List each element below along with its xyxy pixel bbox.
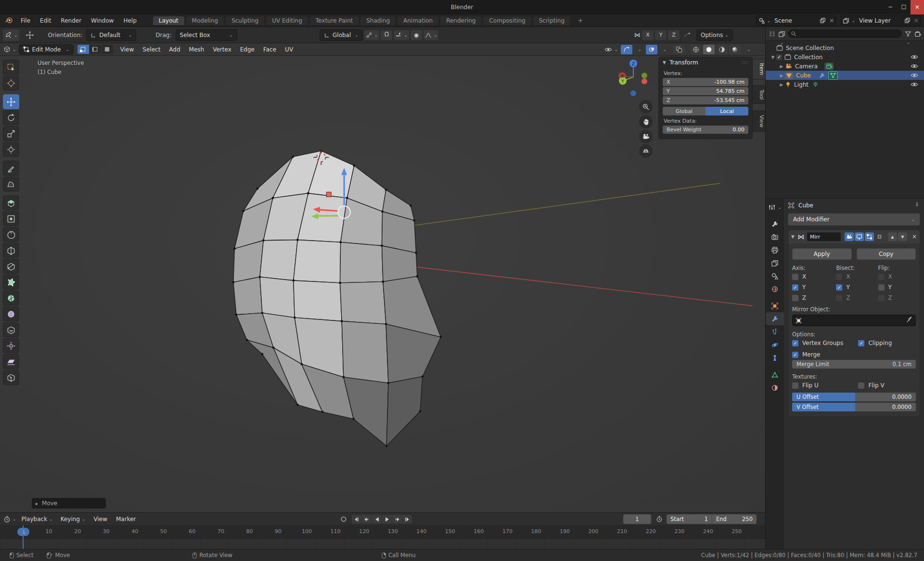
properties-tab-scene[interactable] <box>766 269 784 282</box>
vertex-select-mode-button[interactable] <box>77 45 89 54</box>
jump-to-end-button[interactable] <box>402 515 412 523</box>
snap-projection-icon[interactable] <box>681 30 693 40</box>
viewport-menu-select[interactable]: Select <box>138 46 165 53</box>
select-box-tool[interactable] <box>3 60 19 75</box>
workspace-tab-animation[interactable]: Animation <box>398 16 438 25</box>
sidebar-tab-item[interactable]: Item <box>752 59 766 79</box>
properties-tab-modifiers[interactable] <box>766 312 784 325</box>
poly-build-tool[interactable] <box>3 275 19 290</box>
outliner-item-cube[interactable]: ▶ Cube <box>766 71 924 80</box>
expand-arrow-icon[interactable]: ▼ <box>770 55 776 60</box>
transform-pivot-dropdown[interactable]: Global⌄ <box>320 29 363 41</box>
workspace-tab-compositing[interactable]: Compositing <box>483 16 531 25</box>
transform-pivot-point-icon[interactable]: ⌄ <box>364 30 380 40</box>
transform-tool[interactable] <box>3 142 19 157</box>
editor-type-button[interactable]: ⌄ <box>2 45 18 54</box>
play-reverse-button[interactable] <box>372 515 382 523</box>
loop-cut-tool[interactable] <box>3 243 19 258</box>
unlink-scene-icon[interactable]: ✕ <box>829 17 834 24</box>
modifier-wrench-icon[interactable] <box>819 72 825 79</box>
pan-hand-button[interactable] <box>639 115 653 128</box>
mirror-z-button[interactable]: Z <box>668 30 680 40</box>
clipping-checkbox[interactable]: ✓ <box>858 340 864 346</box>
outliner-item-collection[interactable]: ▼ ✓ Collection <box>766 52 924 62</box>
apply-modifier-button[interactable]: Apply <box>792 248 852 260</box>
global-space-button[interactable]: Global <box>663 107 706 115</box>
shading-material-button[interactable] <box>716 45 728 54</box>
overlays-dropdown[interactable]: ⌄ <box>658 45 669 54</box>
modifier-realtime-toggle[interactable] <box>855 232 864 241</box>
add-workspace-button[interactable]: + <box>572 16 589 25</box>
scene-selector[interactable]: ⌄ Scene ✕ <box>756 15 837 26</box>
blender-logo-icon[interactable] <box>5 16 13 25</box>
viewport-menu-view[interactable]: View <box>116 46 138 53</box>
filter-icon[interactable]: ⌄ <box>905 30 911 37</box>
navigation-gizmo[interactable]: Z X Y <box>616 56 653 100</box>
timeline-marker-menu[interactable]: Marker <box>112 516 140 523</box>
viewport-menu-mesh[interactable]: Mesh <box>185 46 209 53</box>
outliner-search-input[interactable] <box>788 29 902 38</box>
properties-editor-type-button[interactable]: ⌄ <box>766 201 784 214</box>
workspace-tab-sculpting[interactable]: Sculpting <box>226 16 264 25</box>
drag-handle-icon[interactable]: ∷∷ <box>742 60 748 65</box>
menu-window[interactable]: Window <box>86 17 118 24</box>
move-modifier-up-button[interactable]: ▲ <box>888 232 897 241</box>
shading-dropdown[interactable]: ⌄ <box>742 45 754 54</box>
maximize-button[interactable]: ☐ <box>897 0 911 14</box>
operator-panel[interactable]: ▸ Move <box>32 498 106 509</box>
playback-menu[interactable]: Playback⌄ <box>18 514 57 524</box>
move-modifier-down-button[interactable]: ▼ <box>898 232 907 241</box>
modifier-editmode-toggle[interactable] <box>865 232 874 241</box>
workspace-tab-scripting[interactable]: Scripting <box>533 16 570 25</box>
collapse-icon[interactable]: ▼ <box>663 60 666 65</box>
axis-y-checkbox[interactable]: ✓ <box>792 284 798 291</box>
keying-menu[interactable]: Keying⌄ <box>57 514 90 524</box>
expand-arrow-icon[interactable]: ▶ <box>778 73 785 78</box>
timeline-ruler[interactable]: 1020304050607080901001101201301401501601… <box>0 526 765 539</box>
workspace-tab-shading[interactable]: Shading <box>360 16 396 25</box>
jump-to-start-button[interactable] <box>352 515 361 523</box>
cursor-tool[interactable] <box>3 76 19 90</box>
light-data-icon[interactable] <box>811 81 820 89</box>
modifier-cage-toggle[interactable] <box>875 232 884 241</box>
proportional-falloff-dropdown[interactable]: ⌄ <box>424 30 439 40</box>
eye-icon[interactable] <box>911 54 918 60</box>
proportional-editing-icon[interactable]: ◉ <box>411 30 422 40</box>
flip-x-checkbox[interactable] <box>878 274 885 280</box>
eye-icon[interactable] <box>911 82 918 87</box>
move-gizmo-icon[interactable] <box>22 29 38 41</box>
annotate-tool[interactable] <box>3 161 19 176</box>
active-tool-button[interactable]: ⌄ <box>3 29 19 41</box>
rip-region-tool[interactable] <box>3 370 19 385</box>
mirror-y-button[interactable]: Y <box>655 30 667 40</box>
autokey-record-button[interactable] <box>340 515 347 523</box>
bisect-x-checkbox[interactable] <box>836 274 842 280</box>
new-collection-icon[interactable] <box>914 30 921 37</box>
axis-z-checkbox[interactable] <box>792 295 798 301</box>
properties-tab-output[interactable] <box>766 243 784 256</box>
properties-tab-physics[interactable] <box>766 338 784 351</box>
workspace-tab-texture-paint[interactable]: Texture Paint <box>310 16 359 25</box>
workspace-tab-rendering[interactable]: Rendering <box>440 16 481 25</box>
merge-limit-slider[interactable]: Merge Limit0.1 cm <box>792 360 916 369</box>
shading-solid-button[interactable] <box>703 45 715 54</box>
bevel-tool[interactable] <box>3 227 19 242</box>
add-modifier-dropdown[interactable]: Add Modifier ⌄ <box>788 213 920 226</box>
inset-faces-tool[interactable] <box>3 211 19 226</box>
vertex-y-field[interactable]: Y54.785 cm <box>663 87 748 95</box>
measure-tool[interactable] <box>3 177 19 191</box>
filter-collection-icon[interactable] <box>769 30 775 37</box>
properties-tab-constraints[interactable] <box>766 351 784 364</box>
camera-data-icon[interactable] <box>824 63 834 70</box>
outliner-item-camera[interactable]: ▶ Camera <box>766 62 924 71</box>
workspace-tab-modeling[interactable]: Modeling <box>186 16 224 25</box>
mirror-object-field[interactable] <box>792 315 916 326</box>
modifier-render-toggle[interactable] <box>845 232 854 241</box>
menu-edit[interactable]: Edit <box>35 17 56 24</box>
camera-view-button[interactable] <box>639 130 653 143</box>
vertex-z-field[interactable]: Z-53.545 cm <box>663 96 748 104</box>
collection-checkbox[interactable]: ✓ <box>776 54 782 60</box>
v-offset-slider[interactable]: V Offset0.0000 <box>792 403 916 411</box>
smooth-tool[interactable] <box>3 306 19 321</box>
gizmo-dropdown[interactable]: ⌄ <box>633 45 644 54</box>
